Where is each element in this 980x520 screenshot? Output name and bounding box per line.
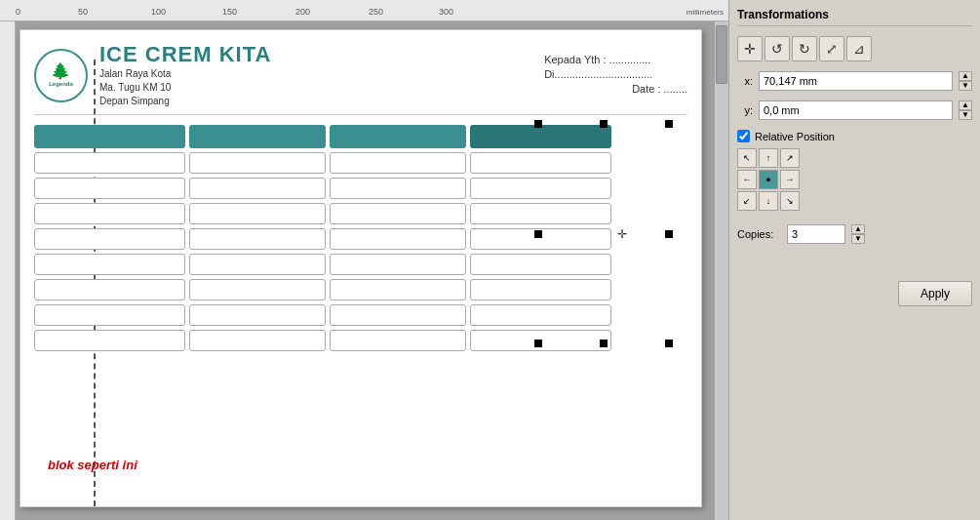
r8c3 [330, 330, 466, 351]
icon-row: ✛ ↺ ↻ ⤢ ⊿ [737, 36, 972, 61]
copies-up[interactable]: ▲ [851, 224, 865, 234]
pos-tc[interactable]: ↑ [759, 148, 778, 168]
brand-name: ICE CREM KITA [99, 42, 271, 67]
copies-input[interactable] [787, 224, 845, 244]
r3c1 [34, 203, 185, 224]
handle-bc[interactable] [600, 340, 608, 347]
rotate-right-btn[interactable]: ↻ [792, 36, 817, 61]
r5c1 [34, 254, 185, 275]
ruler-tick-150: 150 [222, 7, 237, 17]
r3c4 [470, 203, 611, 224]
scale-btn[interactable]: ⤢ [819, 36, 844, 61]
r1c1 [34, 152, 185, 174]
x-up[interactable]: ▲ [959, 71, 972, 81]
r3c3 [330, 203, 466, 224]
ruler-tick-250: 250 [369, 7, 383, 17]
y-input[interactable]: 0,0 mm [759, 100, 953, 120]
pos-row-2: ← ● → [737, 170, 972, 189]
ruler-tick-300: 300 [439, 7, 453, 17]
x-input[interactable]: 70,147 mm [759, 71, 953, 91]
rotate-left-btn[interactable]: ↺ [764, 36, 790, 61]
move-cursor-icon: ✛ [617, 227, 627, 241]
pos-bl[interactable]: ↙ [737, 191, 757, 211]
copies-row: Copies: ▲ ▼ [737, 224, 972, 244]
r2c4 [470, 178, 611, 199]
r8c1 [34, 330, 185, 351]
address-line2: Ma. Tugu KM 10 [99, 81, 271, 95]
handle-tl[interactable] [534, 120, 542, 128]
handle-br[interactable] [665, 340, 673, 347]
r3c2 [189, 203, 326, 224]
ruler-unit: millimeters [686, 8, 724, 17]
x-down[interactable]: ▼ [959, 81, 972, 91]
logo: 🌲 Legenda [34, 49, 88, 102]
col2-header [189, 125, 326, 148]
r6c1 [34, 279, 185, 300]
r2c3 [330, 178, 466, 199]
r6c3 [330, 279, 466, 300]
page-header: 🌲 Legenda ICE CREM KITA Jalan Raya Kota … [34, 42, 687, 115]
table-grid [34, 125, 687, 351]
pos-tr[interactable]: ↗ [780, 148, 800, 168]
r2c2 [189, 178, 326, 199]
slant-btn[interactable]: ⊿ [846, 36, 872, 61]
col3-header [330, 125, 466, 148]
r4c3 [330, 228, 466, 250]
handle-tc[interactable] [600, 120, 608, 128]
ruler-left [0, 21, 16, 520]
panel-title: Transformations [737, 8, 972, 26]
annotation-text: blok seperti ini [48, 458, 137, 472]
apply-button[interactable]: Apply [898, 281, 972, 306]
logo-text: Legenda [49, 81, 73, 87]
pos-row-3: ↙ ↓ ↘ [737, 191, 972, 211]
r6c4 [470, 279, 611, 300]
y-label: y: [737, 104, 753, 116]
col1-header [34, 125, 185, 148]
move-icon-btn[interactable]: ✛ [737, 36, 763, 61]
handle-ml[interactable] [534, 230, 542, 238]
r7c1 [34, 304, 185, 326]
y-down[interactable]: ▼ [959, 110, 972, 120]
transformations-panel: Transformations ✛ ↺ ↻ ⤢ ⊿ x: 70,147 mm ▲… [728, 0, 980, 520]
ruler-tick-0: 0 [16, 7, 20, 17]
pos-row-1: ↖ ↑ ↗ [737, 148, 972, 168]
page: 🌲 Legenda ICE CREM KITA Jalan Raya Kota … [20, 29, 702, 507]
y-up[interactable]: ▲ [959, 100, 972, 110]
brand-info: ICE CREM KITA Jalan Raya Kota Ma. Tugu K… [99, 42, 271, 108]
r5c4 [470, 254, 611, 275]
pos-bc[interactable]: ↓ [759, 191, 778, 211]
pos-tl[interactable]: ↖ [737, 148, 757, 168]
position-grid: ↖ ↑ ↗ ← ● → ↙ ↓ ↘ [737, 148, 972, 211]
address-line1: Jalan Raya Kota [99, 67, 271, 81]
ruler-top: 0 50 100 150 200 250 300 millimeters [0, 0, 728, 21]
pos-ml[interactable]: ← [737, 170, 757, 189]
r4c1 [34, 228, 185, 250]
x-spinner[interactable]: ▲ ▼ [959, 71, 972, 91]
address-line3: Depan Simpang [99, 95, 271, 108]
pos-br[interactable]: ↘ [780, 191, 800, 211]
copies-down[interactable]: ▼ [851, 234, 865, 244]
pos-center[interactable]: ● [759, 170, 778, 189]
date-text: Date : ........ [632, 83, 687, 95]
scrollbar-thumb[interactable] [716, 25, 727, 84]
copies-spinner[interactable]: ▲ ▼ [851, 224, 865, 244]
r5c3 [330, 254, 466, 275]
relative-position-label[interactable]: Relative Position [755, 131, 835, 142]
r1c3 [330, 152, 466, 174]
handle-tr[interactable] [665, 120, 673, 128]
handle-mr[interactable] [665, 230, 673, 238]
r7c2 [189, 304, 326, 326]
r7c4 [470, 304, 611, 326]
r2c1 [34, 178, 185, 199]
relative-position-checkbox[interactable] [737, 130, 750, 142]
ruler-tick-50: 50 [78, 7, 88, 17]
pos-mr[interactable]: → [780, 170, 800, 189]
r4c2 [189, 228, 326, 250]
r6c2 [189, 279, 326, 300]
col4-header [470, 125, 611, 148]
handle-bl[interactable] [534, 340, 542, 347]
ruler-top-inner: 0 50 100 150 200 250 300 millimeters [0, 0, 728, 19]
y-spinner[interactable]: ▲ ▼ [959, 100, 972, 120]
r8c2 [189, 330, 326, 351]
scrollbar-right[interactable] [715, 21, 728, 520]
